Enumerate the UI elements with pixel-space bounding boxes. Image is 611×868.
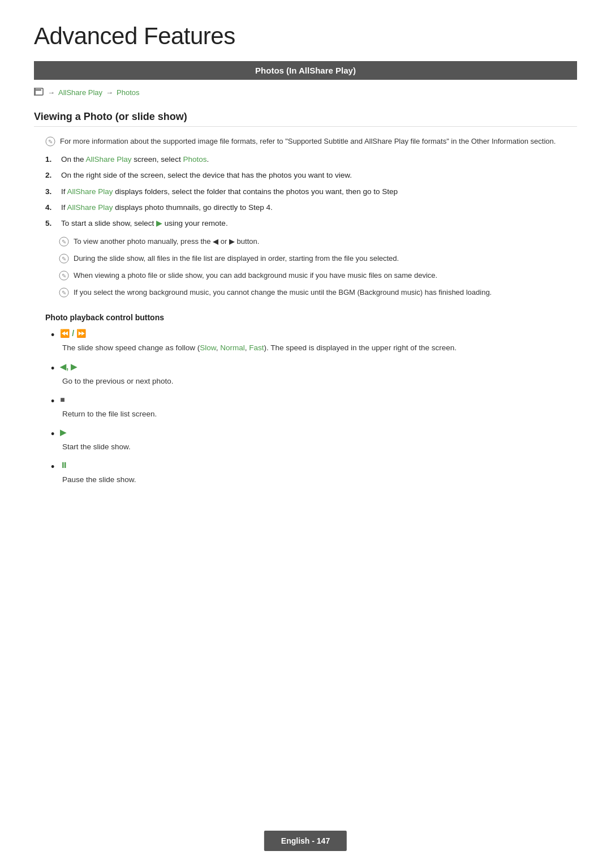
step-4-text: If AllShare Play displays photo thumnail… xyxy=(61,202,273,213)
note-icon: ✎ xyxy=(45,136,55,148)
page-footer: English - 147 xyxy=(264,831,347,851)
rewind-ff-symbol: ⏪ / ⏩ xyxy=(60,329,86,338)
subsection-title: Viewing a Photo (or slide show) xyxy=(34,111,577,127)
prev-next-symbol: ◀, ▶ xyxy=(60,362,77,371)
subnote-2-text: During the slide show, all files in the … xyxy=(74,253,399,264)
play-symbol: ▶ xyxy=(60,428,66,437)
stop-symbol: ■ xyxy=(60,395,64,404)
playback-heading: Photo playback control buttons xyxy=(34,313,577,322)
svg-rect-2 xyxy=(34,88,36,96)
step-5: 5. To start a slide show, select ▶ using… xyxy=(45,218,577,229)
step-5-text: To start a slide show, select ▶ using yo… xyxy=(61,218,228,229)
bullet-dot-3: • xyxy=(51,396,54,406)
subnote-3-text: When viewing a photo file or slide show,… xyxy=(74,270,437,281)
subnote-3-icon: ✎ xyxy=(59,270,69,282)
breadcrumb-arrow: → xyxy=(106,88,113,97)
page-title: Advanced Features xyxy=(34,23,577,50)
step-5-num: 5. xyxy=(45,218,57,229)
playback-buttons-list: • ⏪ / ⏩ The slide show speed change as f… xyxy=(34,329,577,485)
subnote-2-icon: ✎ xyxy=(59,253,69,265)
step-1-text: On the AllShare Play screen, select Phot… xyxy=(61,154,209,165)
step5-subnotes: ✎ To view another photo manually, press … xyxy=(34,236,577,299)
bullet-dot-2: • xyxy=(51,363,54,373)
play-description: Start the slide show. xyxy=(51,441,577,453)
step-4-num: 4. xyxy=(45,202,57,213)
subnote-1-text: To view another photo manually, press th… xyxy=(74,236,259,247)
svg-rect-1 xyxy=(36,89,41,91)
subnote-3: ✎ When viewing a photo file or slide sho… xyxy=(59,270,577,282)
step-3: 3. If AllShare Play displays folders, se… xyxy=(45,186,577,197)
pause-symbol: ⏸ xyxy=(60,461,68,470)
bullet-dot-4: • xyxy=(51,429,54,439)
breadcrumb: → AllShare Play → Photos xyxy=(34,88,577,97)
breadcrumb-separator: → xyxy=(48,88,55,97)
bullet-dot-1: • xyxy=(51,330,54,340)
rewind-ff-description: The slide show speed change as follow (S… xyxy=(51,342,577,354)
subnote-1-icon: ✎ xyxy=(59,237,69,248)
step-1-num: 1. xyxy=(45,154,57,165)
intro-note: ✎ For more information about the support… xyxy=(34,136,577,148)
section-header: Photos (In AllShare Play) xyxy=(34,61,577,80)
step-2-num: 2. xyxy=(45,170,57,181)
intro-note-text: For more information about the supported… xyxy=(60,136,556,147)
playback-row-2: • ◀, ▶ xyxy=(51,362,577,373)
bullet-dot-5: • xyxy=(51,462,54,472)
playback-row-3: • ■ xyxy=(51,395,577,406)
svg-text:✎: ✎ xyxy=(62,256,66,262)
svg-text:✎: ✎ xyxy=(48,139,53,145)
steps-list: 1. On the AllShare Play screen, select P… xyxy=(34,154,577,229)
stop-description: Return to the file list screen. xyxy=(51,409,577,420)
subnote-4-text: If you select the wrong background music… xyxy=(74,287,492,298)
subnote-4: ✎ If you select the wrong background mus… xyxy=(59,287,577,299)
step-3-num: 3. xyxy=(45,186,57,197)
playback-row-1: • ⏪ / ⏩ xyxy=(51,329,577,340)
svg-text:✎: ✎ xyxy=(62,239,66,245)
subnote-2: ✎ During the slide show, all files in th… xyxy=(59,253,577,265)
playback-item-rewind-ff: • ⏪ / ⏩ The slide show speed change as f… xyxy=(51,329,577,354)
pause-description: Pause the slide show. xyxy=(51,474,577,485)
subnote-1: ✎ To view another photo manually, press … xyxy=(59,236,577,248)
svg-text:✎: ✎ xyxy=(62,273,66,279)
breadcrumb-photos[interactable]: Photos xyxy=(117,88,139,97)
step-1: 1. On the AllShare Play screen, select P… xyxy=(45,154,577,165)
prev-next-description: Go to the previous or next photo. xyxy=(51,376,577,387)
playback-item-play: • ▶ Start the slide show. xyxy=(51,428,577,453)
playback-item-prev-next: • ◀, ▶ Go to the previous or next photo. xyxy=(51,362,577,387)
breadcrumb-allshare[interactable]: AllShare Play xyxy=(58,88,102,97)
menu-icon xyxy=(34,88,44,97)
step-3-text: If AllShare Play displays folders, selec… xyxy=(61,186,398,197)
playback-row-5: • ⏸ xyxy=(51,461,577,472)
step-4: 4. If AllShare Play displays photo thumn… xyxy=(45,202,577,213)
playback-item-stop: • ■ Return to the file list screen. xyxy=(51,395,577,420)
step-2: 2. On the right side of the screen, sele… xyxy=(45,170,577,181)
svg-text:✎: ✎ xyxy=(62,290,66,296)
subnote-4-icon: ✎ xyxy=(59,287,69,299)
playback-item-pause: • ⏸ Pause the slide show. xyxy=(51,461,577,485)
step-2-text: On the right side of the screen, select … xyxy=(61,170,352,181)
playback-row-4: • ▶ xyxy=(51,428,577,439)
